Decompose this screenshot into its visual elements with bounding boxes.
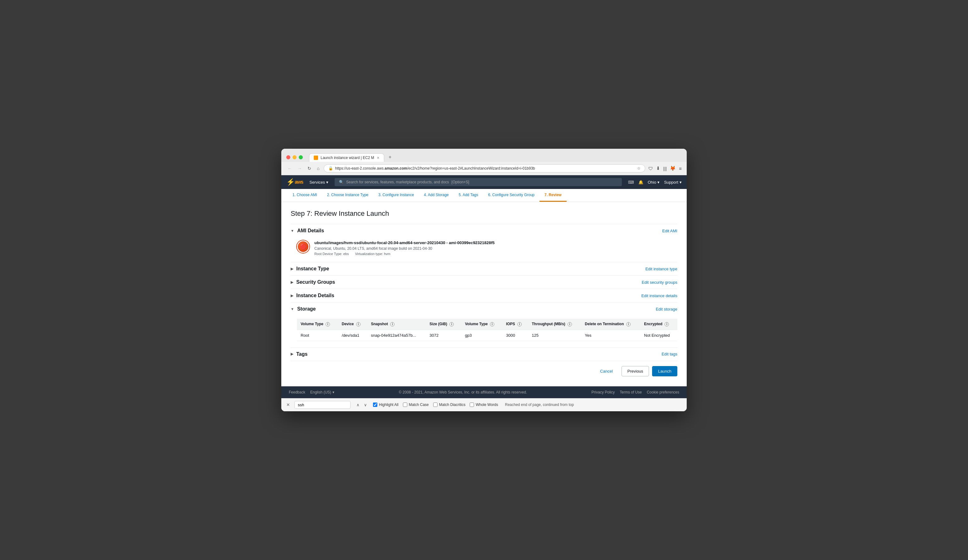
security-groups-header[interactable]: ▶ Security Groups Edit security groups (291, 276, 677, 289)
bell-icon[interactable]: 🔔 (638, 180, 643, 185)
tags-label: Tags (296, 351, 307, 357)
support-chevron-icon: ▾ (680, 180, 682, 185)
tab-favicon: 🔶 (314, 156, 318, 160)
step-6[interactable]: 6. Configure Security Group (483, 189, 540, 202)
col-volume-type: Volume Type i (297, 319, 338, 330)
size-info-icon[interactable]: i (449, 322, 454, 326)
language-label: English (US) (310, 390, 331, 394)
privacy-policy-link[interactable]: Privacy Policy (592, 390, 615, 394)
instance-type-title: ▶ Instance Type (291, 266, 329, 272)
col-iops: IOPS i (502, 319, 528, 330)
ami-root-device-type: Root Device Type: ebs (314, 252, 349, 256)
step-3[interactable]: 3. Configure Instance (373, 189, 419, 202)
encrypted-info-icon[interactable]: i (665, 322, 669, 326)
services-chevron-icon: ▾ (326, 180, 328, 185)
new-tab-button[interactable]: + (385, 152, 394, 162)
support-label: Support (664, 180, 678, 185)
region-selector[interactable]: Ohio ▾ (648, 180, 660, 185)
tab-close-button[interactable]: ✕ (377, 156, 380, 160)
step-4[interactable]: 4. Add Storage (419, 189, 453, 202)
back-button[interactable]: ← (286, 165, 293, 171)
forward-button[interactable]: → (296, 165, 303, 171)
tags-title: ▶ Tags (291, 351, 307, 357)
home-button[interactable]: ⌂ (316, 165, 321, 171)
find-input[interactable]: ssh (294, 401, 351, 409)
launch-button[interactable]: Launch (652, 366, 677, 376)
volume-type-info-icon[interactable]: i (326, 322, 330, 326)
find-previous-button[interactable]: ∧ (355, 402, 361, 408)
step-5[interactable]: 5. Add Tags (454, 189, 483, 202)
wizard-steps: 1. Choose AMI 2. Choose Instance Type 3.… (281, 189, 687, 202)
find-next-button[interactable]: ∨ (362, 402, 369, 408)
storage-label: Storage (297, 306, 316, 312)
toolbar-icons: 🛡 ⬇ ||| 🦊 ≡ (648, 166, 682, 171)
highlight-all-checkbox[interactable] (373, 403, 377, 407)
step-2[interactable]: 2. Choose Instance Type (322, 189, 374, 202)
services-button[interactable]: Services ▾ (309, 180, 328, 185)
step-7[interactable]: 7. Review (540, 189, 567, 202)
edit-ami-link[interactable]: Edit AMI (662, 229, 677, 233)
step-1[interactable]: 1. Choose AMI (288, 189, 322, 202)
instance-details-title: ▶ Instance Details (291, 293, 334, 298)
ami-details-header[interactable]: ▼ AMI Details Edit AMI (291, 224, 677, 237)
find-close-button[interactable]: ✕ (286, 402, 290, 407)
ami-details-content: 🔴 ubuntu/images/hvm-ssd/ubuntu-focal-20.… (291, 237, 677, 262)
instance-type-header[interactable]: ▶ Instance Type Edit instance type (291, 262, 677, 275)
aws-toolbar-right: ⌨ 🔔 Ohio ▾ Support ▾ (628, 180, 682, 185)
url-bar[interactable]: 🔒 https://us-east-2.console.aws.amazon.c… (324, 164, 645, 172)
match-diacritics-checkbox[interactable] (433, 403, 438, 407)
edit-instance-details-link[interactable]: Edit instance details (641, 293, 677, 298)
whole-words-checkbox[interactable] (470, 403, 474, 407)
col-throughput: Throughput (MB/s) i (528, 319, 581, 330)
feedback-link[interactable]: Feedback (289, 390, 305, 394)
refresh-button[interactable]: ↻ (306, 165, 312, 171)
instance-details-section: ▶ Instance Details Edit instance details (291, 289, 677, 302)
match-case-option: Match Case (403, 403, 429, 407)
address-bar: ← → ↻ ⌂ 🔒 https://us-east-2.console.aws.… (281, 162, 687, 175)
edit-storage-link[interactable]: Edit storage (656, 307, 677, 311)
language-chevron-icon: ▾ (332, 390, 334, 394)
iops-info-icon[interactable]: i (517, 322, 522, 326)
vol-type-info-icon[interactable]: i (490, 322, 494, 326)
cancel-button[interactable]: Cancel (594, 366, 618, 376)
edit-instance-type-link[interactable]: Edit instance type (645, 267, 677, 271)
search-icon: 🔍 (339, 180, 344, 184)
menu-icon[interactable]: ≡ (679, 166, 682, 171)
storage-header[interactable]: ▼ Storage Edit storage (291, 302, 677, 316)
storage-section: ▼ Storage Edit storage Volume Type i Dev… (291, 302, 677, 347)
table-row: Root /dev/sda1 snap-04e912a474a57b... 30… (297, 330, 677, 341)
throughput-info-icon[interactable]: i (568, 322, 572, 326)
terms-of-use-link[interactable]: Terms of Use (620, 390, 642, 394)
aws-logo[interactable]: ⚡ aws (286, 178, 303, 186)
language-selector[interactable]: English (US) ▾ (310, 390, 334, 394)
maximize-button[interactable] (299, 155, 303, 159)
security-groups-chevron-icon: ▶ (291, 280, 293, 284)
terminal-icon[interactable]: ⌨ (628, 180, 634, 185)
cell-encrypted: Not Encrypted (640, 330, 677, 341)
instance-type-section: ▶ Instance Type Edit instance type (291, 262, 677, 275)
services-label: Services (309, 180, 325, 185)
support-button[interactable]: Support ▾ (664, 180, 682, 185)
instance-details-header[interactable]: ▶ Instance Details Edit instance details (291, 289, 677, 302)
cell-size: 3072 (426, 330, 461, 341)
aws-search-bar[interactable]: 🔍 Search for services, features, marketp… (335, 178, 622, 186)
minimize-button[interactable] (293, 155, 297, 159)
edit-tags-link[interactable]: Edit tags (661, 352, 677, 356)
match-case-checkbox[interactable] (403, 403, 407, 407)
col-snapshot: Snapshot i (367, 319, 426, 330)
previous-button[interactable]: Previous (622, 366, 649, 376)
close-button[interactable] (286, 155, 290, 159)
ami-details-title: ▼ AMI Details (291, 228, 324, 234)
col-size: Size (GiB) i (426, 319, 461, 330)
device-info-icon[interactable]: i (356, 322, 361, 326)
active-tab[interactable]: 🔶 Launch instance wizard | EC2 M ✕ (309, 153, 384, 162)
delete-info-icon[interactable]: i (626, 322, 631, 326)
edit-security-groups-link[interactable]: Edit security groups (642, 280, 677, 285)
star-icon[interactable]: ☆ (637, 166, 641, 171)
cookie-preferences-link[interactable]: Cookie preferences (647, 390, 679, 394)
tags-chevron-icon: ▶ (291, 352, 293, 356)
aws-nav: ⚡ aws Services ▾ 🔍 Search for services, … (281, 175, 687, 189)
storage-chevron-icon: ▼ (291, 307, 294, 311)
snapshot-info-icon[interactable]: i (390, 322, 394, 326)
tags-header[interactable]: ▶ Tags Edit tags (291, 348, 677, 361)
